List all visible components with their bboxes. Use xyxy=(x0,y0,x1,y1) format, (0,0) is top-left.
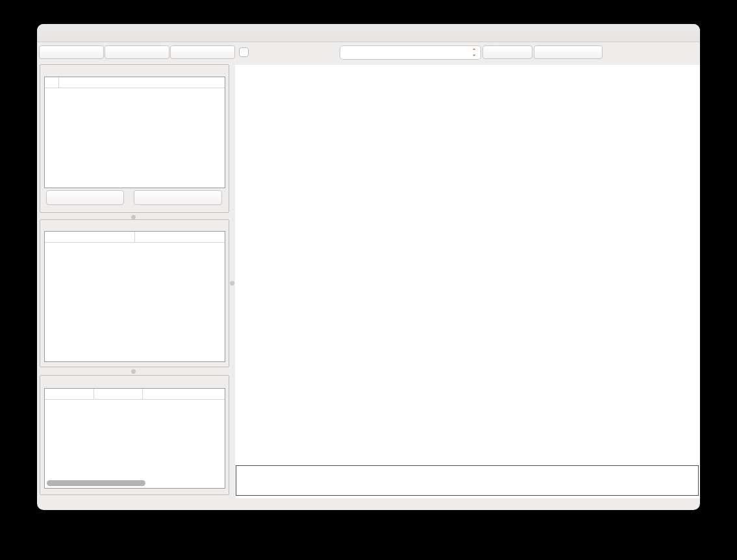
log-info-button[interactable] xyxy=(170,45,235,59)
processor-list[interactable] xyxy=(44,77,225,188)
plot-panel xyxy=(40,64,229,213)
horizontal-scrollbar-thumb[interactable] xyxy=(47,480,145,486)
horizontal-splitter-handle[interactable] xyxy=(131,215,136,219)
save-preset-button[interactable] xyxy=(482,45,532,59)
time-column-header xyxy=(45,389,94,399)
chart-panel xyxy=(235,65,700,498)
fields-list-button[interactable] xyxy=(105,45,169,59)
markers-checkbox[interactable] xyxy=(239,47,249,57)
parameter-column-header xyxy=(45,232,134,242)
combo-stepper-icon[interactable]: ⌃⌄ xyxy=(470,47,478,58)
minimize-button[interactable] xyxy=(58,29,66,37)
traffic-lights xyxy=(45,24,79,42)
open-log-button[interactable] xyxy=(39,45,104,59)
desktop-background: ⌃⌄ xyxy=(0,0,737,560)
processor-column-header xyxy=(58,77,225,88)
log-messages-table[interactable] xyxy=(44,388,225,489)
close-button[interactable] xyxy=(45,29,53,37)
flight-plot-chart[interactable] xyxy=(235,65,700,465)
remove-button[interactable] xyxy=(134,190,222,205)
level-column-header xyxy=(94,389,142,399)
add-button[interactable] xyxy=(46,190,124,205)
value-column-header xyxy=(134,232,225,242)
message-column-header xyxy=(142,389,225,399)
flightplot-window: ⌃⌄ xyxy=(37,24,700,510)
vertical-splitter-handle[interactable] xyxy=(230,281,234,286)
checkbox-column-header xyxy=(45,77,58,88)
parameters-panel xyxy=(40,219,229,367)
title-bar[interactable] xyxy=(37,24,700,42)
chart-legend xyxy=(236,465,699,496)
parameters-table[interactable] xyxy=(44,231,225,362)
horizontal-splitter-handle-2[interactable] xyxy=(131,369,136,374)
preset-combobox[interactable]: ⌃⌄ xyxy=(340,45,481,60)
vertical-splitter[interactable] xyxy=(229,65,234,498)
delete-preset-button[interactable] xyxy=(534,45,603,59)
zoom-button[interactable] xyxy=(71,29,79,37)
log-messages-panel xyxy=(40,375,229,495)
